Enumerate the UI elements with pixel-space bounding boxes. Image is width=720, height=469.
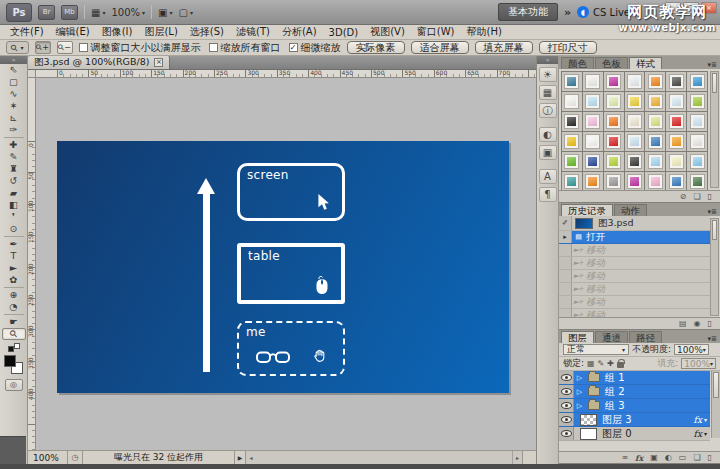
style-swatch[interactable] (687, 132, 707, 151)
minimize-button[interactable]: – (665, 2, 681, 14)
layers-menu-icon[interactable]: ▾≣ (708, 335, 717, 343)
crop-tool[interactable]: ⊾ (2, 112, 26, 124)
new-snapshot-icon[interactable]: ◉ (694, 320, 701, 328)
history-state-row[interactable]: ►+移动 (559, 296, 710, 309)
zoom-tool-preset[interactable]: ⚲ ▾ (6, 41, 29, 54)
zoom-tool[interactable]: ⚲ (2, 328, 26, 340)
foreground-background-swatches[interactable] (4, 355, 23, 374)
option-checkbox-2[interactable]: 缩放所有窗口 (209, 41, 281, 55)
style-swatch[interactable] (562, 92, 582, 111)
visibility-cell[interactable] (559, 371, 574, 384)
document-tab[interactable]: 图3.psd @ 100%(RGB/8) × (28, 56, 170, 69)
new-layer-icon[interactable]: ❏ (693, 454, 700, 462)
style-swatch[interactable] (604, 152, 624, 171)
styles-tab-1[interactable]: 颜色 (561, 57, 594, 69)
status-zoom-field[interactable]: 100% (28, 451, 68, 464)
options-button-4[interactable]: 打印尺寸 (539, 41, 597, 54)
style-swatch[interactable] (666, 152, 686, 171)
layer-row[interactable]: ▷组 2 (559, 385, 710, 399)
style-swatch[interactable] (583, 112, 603, 131)
option-checkbox-1[interactable]: 调整窗口大小以满屏显示 (79, 41, 201, 55)
workspace-switcher-button[interactable]: 基本功能 (498, 3, 558, 21)
zoom-out-mode-button[interactable]: ⚲− (57, 41, 73, 54)
options-button-2[interactable]: 适合屏幕 (411, 41, 469, 54)
cs-live-button[interactable]: ◖ CS Live (577, 6, 630, 18)
styles-tab-3[interactable]: 样式 (629, 57, 662, 69)
expand-group-icon[interactable]: ▷ (574, 388, 585, 396)
custom-shape-tool[interactable]: ✿ (2, 274, 26, 286)
visibility-cell[interactable] (559, 385, 574, 398)
scroll-left-icon[interactable]: ◂ (246, 451, 256, 464)
history-menu-icon[interactable]: ▾≣ (708, 208, 717, 216)
close-tab-icon[interactable]: × (154, 58, 163, 67)
dodge-tool[interactable]: ⊙ (2, 223, 26, 235)
history-set-source-well[interactable]: ▸ (559, 231, 572, 243)
history-state-row[interactable]: ►+移动 (559, 270, 710, 283)
zoom-level-dropdown[interactable]: 100% ▾ (111, 7, 145, 18)
healing-brush-tool[interactable]: ✚ (2, 139, 26, 151)
style-swatch[interactable] (666, 92, 686, 111)
zoom-in-mode-button[interactable]: ⚲+ (35, 41, 51, 54)
visibility-cell[interactable] (559, 413, 574, 426)
history-state-row[interactable]: ►+移动 (559, 283, 710, 296)
launch-bridge-button[interactable]: Br (38, 5, 55, 20)
layer-effects-badge[interactable]: fx (694, 415, 704, 425)
style-swatch[interactable] (625, 152, 645, 171)
layer-row[interactable]: 图层 0fx▾ (559, 427, 710, 441)
style-swatch[interactable] (666, 112, 686, 131)
layer-style-icon[interactable]: fx (635, 454, 643, 462)
history-set-source-well[interactable] (559, 257, 572, 269)
styles-tab-2[interactable]: 色板 (595, 57, 628, 69)
vertical-ruler[interactable]: 050100150200250300350400 (28, 78, 36, 450)
history-tab-1[interactable]: 历史记录 (561, 204, 613, 216)
adjustments-icon[interactable]: ☀ (539, 67, 557, 82)
add-mask-icon[interactable]: ▣ (650, 454, 658, 462)
quick-selection-tool[interactable]: ✶ (2, 100, 26, 112)
menu-item-4[interactable]: 图层(L) (138, 25, 183, 39)
status-menu-arrow[interactable]: ▶ (235, 451, 246, 464)
layers-scrollbar[interactable] (711, 371, 720, 438)
style-swatch[interactable] (583, 92, 603, 111)
history-state-row[interactable]: ►+移动 (559, 257, 710, 270)
fill-field[interactable]: 100% ▾ (681, 358, 716, 369)
scrollbar-thumb[interactable] (713, 372, 719, 398)
lock-pixels-icon[interactable]: ✎ (598, 359, 605, 368)
canvas-viewport[interactable]: 050100150200250300350400 screen table (28, 78, 536, 450)
style-swatch[interactable] (645, 72, 665, 91)
style-swatch[interactable] (625, 132, 645, 151)
scroll-right-icon[interactable]: ▸ (512, 451, 522, 464)
style-swatch[interactable] (687, 112, 707, 131)
style-swatch[interactable] (562, 132, 582, 151)
options-button-3[interactable]: 填充屏幕 (475, 41, 533, 54)
checkbox-box[interactable]: ✓ (289, 43, 298, 52)
scrollbar-thumb[interactable] (712, 73, 717, 93)
style-swatch[interactable] (687, 152, 707, 171)
blend-mode-select[interactable]: 正常 ▾ (563, 344, 629, 355)
new-group-icon[interactable]: ▭ (679, 454, 687, 462)
horizontal-scrollbar[interactable]: ◂ ▸ (246, 451, 522, 464)
layer-row[interactable]: ▷组 3 (559, 399, 710, 413)
opacity-field[interactable]: 100% ▾ (674, 344, 709, 355)
style-swatch[interactable] (604, 172, 624, 191)
option-checkbox-3[interactable]: ✓细微缩放 (289, 41, 341, 55)
delete-layer-icon[interactable]: ▯ (708, 454, 712, 462)
menu-item-8[interactable]: 3D(D) (323, 27, 365, 38)
gradient-tool[interactable]: ◧ (2, 199, 26, 211)
history-state-row[interactable]: ►+移动 (559, 244, 710, 257)
style-swatch[interactable] (583, 152, 603, 171)
menu-item-1[interactable]: 文件(F) (4, 25, 50, 39)
layers-tab-2[interactable]: 通道 (595, 331, 628, 343)
styles-menu-icon[interactable]: ▾≣ (708, 61, 717, 69)
style-swatch[interactable] (562, 72, 582, 91)
restore-button[interactable]: ▢ (683, 2, 699, 14)
layer-row[interactable]: 图层 3fx▾ (559, 413, 710, 427)
styles-scrollbar[interactable] (710, 71, 719, 188)
view-extras-button[interactable]: ▦ ▾ (91, 7, 105, 18)
brush-tool[interactable]: ✎ (2, 151, 26, 163)
style-swatch[interactable] (562, 152, 582, 171)
adjustment-layer-icon[interactable]: ◐ (539, 127, 557, 142)
history-set-source-well[interactable] (559, 296, 572, 308)
checkbox-box[interactable] (79, 43, 88, 52)
delete-style-icon[interactable]: ▯ (708, 193, 712, 201)
eyedropper-tool[interactable]: ✑ (2, 124, 26, 136)
